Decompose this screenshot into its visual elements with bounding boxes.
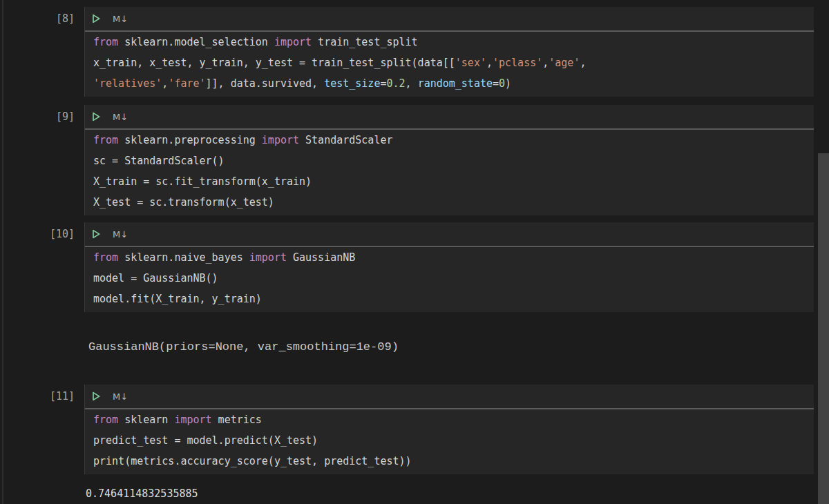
vertical-scrollbar-thumb[interactable] xyxy=(818,153,829,504)
run-cell-button[interactable] xyxy=(90,12,102,25)
cell-main-column: M↓from sklearn.model_selection import tr… xyxy=(84,7,814,97)
execution-count-label: [11] xyxy=(0,385,75,408)
play-icon xyxy=(90,229,102,240)
code-line: model.fit(X_train, y_train) xyxy=(93,289,814,309)
notebook-cell: [11]M↓from sklearn import metricspredict… xyxy=(0,385,814,504)
code-line: print(metrics.accuracy_score(y_test, pre… xyxy=(93,451,814,472)
markdown-toggle-button[interactable]: M↓ xyxy=(113,392,128,401)
play-icon xyxy=(90,111,102,122)
code-line: X_train = sc.fit_transform(x_train) xyxy=(93,171,814,192)
cell-main-column: M↓from sklearn.naive_bayes import Gaussi… xyxy=(84,222,814,358)
code-line: sc = StandardScaler() xyxy=(93,151,814,171)
code-line: 'relatives','fare']], data.survived, tes… xyxy=(93,73,814,94)
code-line: model = GaussianNB() xyxy=(93,268,814,289)
execution-count-label: [8] xyxy=(0,7,75,30)
play-icon xyxy=(90,391,102,402)
play-icon xyxy=(90,13,102,24)
code-line: x_train, x_test, y_train, y_test = train… xyxy=(93,52,814,73)
notebook-cell: [10]M↓from sklearn.naive_bayes import Ga… xyxy=(0,222,814,358)
cell-container: M↓from sklearn import metricspredict_tes… xyxy=(84,385,814,474)
markdown-toggle-button[interactable]: M↓ xyxy=(113,14,128,23)
cell-output: GaussianNB(priors=None, var_smoothing=1e… xyxy=(88,337,814,358)
code-line: predict_test = model.predict(X_test) xyxy=(93,430,814,451)
code-editor[interactable]: from sklearn.preprocessing import Standa… xyxy=(85,130,814,215)
cell-toolbar: M↓ xyxy=(85,105,814,128)
cell-container: M↓from sklearn.model_selection import tr… xyxy=(84,7,814,97)
markdown-toggle-button[interactable]: M↓ xyxy=(113,230,128,239)
code-editor[interactable]: from sklearn.naive_bayes import Gaussian… xyxy=(85,247,814,312)
cell-main-column: M↓from sklearn import metricspredict_tes… xyxy=(84,385,814,504)
code-editor[interactable]: from sklearn import metricspredict_test … xyxy=(85,409,814,474)
run-cell-button[interactable] xyxy=(90,228,102,240)
notebook-page: [8]M↓from sklearn.model_selection import… xyxy=(0,0,814,504)
cell-output: 0.7464114832535885 xyxy=(86,483,814,504)
cell-gutter: [8] xyxy=(0,7,84,30)
notebook-cell: [8]M↓from sklearn.model_selection import… xyxy=(0,7,814,97)
cell-gutter: [9] xyxy=(0,105,84,128)
code-line: from sklearn.preprocessing import Standa… xyxy=(93,130,814,151)
cell-gutter: [10] xyxy=(0,222,84,246)
code-line: X_test = sc.transform(x_test) xyxy=(93,192,814,213)
cell-container: M↓from sklearn.preprocessing import Stan… xyxy=(84,105,814,215)
markdown-toggle-button[interactable]: M↓ xyxy=(113,113,128,122)
run-cell-button[interactable] xyxy=(90,110,102,123)
execution-count-label: [10] xyxy=(0,222,75,246)
cell-toolbar: M↓ xyxy=(85,222,814,246)
cell-toolbar: M↓ xyxy=(85,7,814,30)
code-line: from sklearn.naive_bayes import Gaussian… xyxy=(93,247,814,268)
code-line: from sklearn.model_selection import trai… xyxy=(93,32,814,52)
code-editor[interactable]: from sklearn.model_selection import trai… xyxy=(85,32,814,97)
cell-toolbar: M↓ xyxy=(85,385,814,408)
cell-gutter: [11] xyxy=(0,385,84,408)
cell-main-column: M↓from sklearn.preprocessing import Stan… xyxy=(84,105,814,215)
run-cell-button[interactable] xyxy=(90,390,102,403)
execution-count-label: [9] xyxy=(0,105,75,128)
notebook-cell: [9]M↓from sklearn.preprocessing import S… xyxy=(0,105,814,215)
cell-container: M↓from sklearn.naive_bayes import Gaussi… xyxy=(84,222,814,312)
code-line: from sklearn import metrics xyxy=(93,409,814,430)
